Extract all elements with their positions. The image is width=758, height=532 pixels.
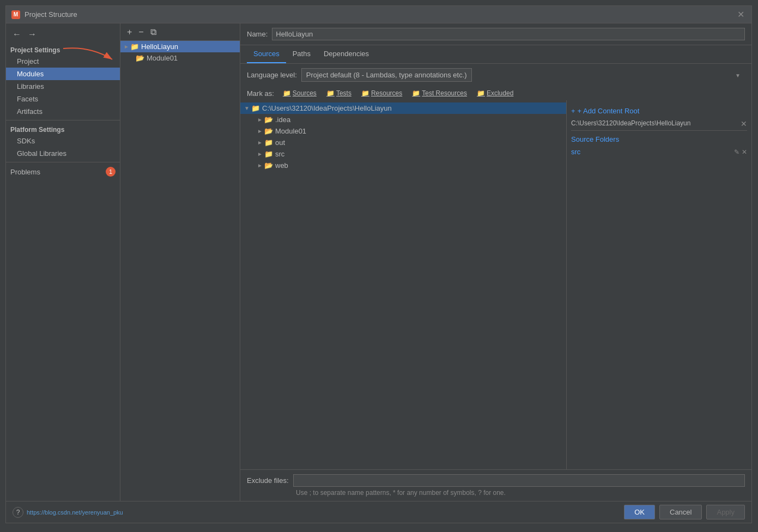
module-name: HelloLiayun [141,43,178,51]
tab-paths[interactable]: Paths [286,45,317,63]
resources-label: Resources [371,89,402,97]
tabs-row: Sources Paths Dependencies [240,45,751,64]
tests-label: Tests [336,89,351,97]
module01-name: Module01 [275,127,306,135]
sidebar-item-global-libraries[interactable]: Global Libraries [6,147,120,160]
mark-excluded-button[interactable]: 📁 Excluded [474,88,517,98]
content-root-close-button[interactable]: ✕ [741,119,747,128]
footer-right: OK Cancel Apply [624,505,745,519]
folder-icon: 📁 [130,43,139,51]
idea-name: .idea [275,116,290,124]
remove-source-button[interactable]: ✕ [742,148,747,156]
sidebar-item-project[interactable]: Project [6,55,120,68]
nav-toolbar: ← → [6,26,120,43]
module-tree-item-helloliayun[interactable]: ► 📁 HelloLiayun [120,41,240,52]
dialog-body: ← → Project Settings Project Modules Lib… [6,23,751,501]
mark-tests-button[interactable]: 📁 Tests [323,88,355,98]
file-tree-out[interactable]: ► 📁 out [240,137,566,148]
platform-settings-header: Platform Settings [6,123,120,135]
tests-folder-icon: 📁 [326,89,335,97]
file-tree-src[interactable]: ► 📁 src [240,148,566,160]
add-content-root-button[interactable]: + + Add Content Root [571,105,747,117]
module01-folder-icon: 📂 [264,127,273,135]
content-root-path: C:\Users\32120\IdeaProjects\HelloLiayun [571,119,690,127]
tree-arrow-icon: ► [123,44,130,50]
language-select[interactable]: Project default (8 - Lambdas, type annot… [301,68,472,82]
module-tree-item-module01[interactable]: 📂 Module01 [120,52,240,64]
close-button[interactable]: ✕ [735,9,746,20]
mark-test-resources-button[interactable]: 📁 Test Resources [409,88,470,98]
remove-module-button[interactable]: − [136,26,145,38]
idea-arrow: ► [256,117,264,123]
source-folder-name: src [571,148,580,156]
sources-folder-icon: 📁 [283,89,291,97]
plus-icon: + [571,107,575,115]
app-icon: M [11,10,20,19]
mark-sources-button[interactable]: 📁 Sources [280,88,320,98]
middle-panel: + − ⧉ ► 📁 HelloLiayun 📂 Module01 [120,23,240,501]
test-resources-label: Test Resources [422,89,467,97]
copy-module-button[interactable]: ⧉ [148,26,159,38]
help-button[interactable]: ? [13,507,23,518]
source-folder-item-src: src ✎ ✕ [571,147,747,157]
src-name: src [275,150,284,158]
middle-toolbar: + − ⧉ [120,23,240,41]
name-input[interactable] [272,28,745,40]
source-folders-header: Source Folders [571,135,747,143]
file-tree-idea[interactable]: ► 📂 .idea [240,114,566,125]
sources-label: Sources [293,89,317,97]
exclude-label: Exclude files: [247,476,289,485]
file-tree-module01[interactable]: ► 📂 Module01 [240,125,566,137]
divider [6,120,120,120]
web-folder-icon: 📂 [264,161,273,170]
sidebar-item-modules[interactable]: Modules [6,68,120,80]
add-module-button[interactable]: + [125,26,134,38]
module-name-module01: Module01 [147,54,178,62]
dialog-footer: ? https://blog.csdn.net/yerenyuan_pku OK… [6,501,751,523]
bottom-area: Exclude files: Use ; to separate name pa… [240,469,751,501]
tab-dependencies[interactable]: Dependencies [317,45,375,63]
file-tree: ▼ 📁 C:\Users\32120\IdeaProjects\HelloLia… [240,100,566,469]
left-panel: ← → Project Settings Project Modules Lib… [6,23,120,501]
apply-button[interactable]: Apply [706,505,745,519]
content-area: Language level: Project default (8 - Lam… [240,64,751,501]
exclude-hint: Use ; to separate name patterns, * for a… [247,489,745,497]
cancel-button[interactable]: Cancel [659,505,702,519]
footer-link[interactable]: https://blog.csdn.net/yerenyuan_pku [27,509,123,516]
mark-resources-button[interactable]: 📁 Resources [358,88,405,98]
source-actions: ✎ ✕ [734,148,747,156]
problems-row[interactable]: Problems 1 [6,165,120,179]
sidebar-item-artifacts[interactable]: Artifacts [6,105,120,118]
sidebar-item-facets[interactable]: Facets [6,93,120,105]
dialog-title: Project Structure [25,10,77,19]
back-button[interactable]: ← [10,28,23,40]
mark-as-row: Mark as: 📁 Sources 📁 Tests 📁 Resources [240,86,751,100]
forward-button[interactable]: → [26,28,39,40]
folder-icon-module01: 📂 [136,54,144,62]
out-arrow: ► [256,140,264,146]
exclude-row: Exclude files: [247,474,745,487]
right-panel: Name: Sources Paths Dependencies Languag… [240,23,751,501]
file-tree-web[interactable]: ► 📂 web [240,160,566,171]
sidebar-item-libraries[interactable]: Libraries [6,80,120,93]
src-arrow: ► [256,151,264,157]
add-root-label: + Add Content Root [578,107,640,115]
ok-button[interactable]: OK [624,505,655,519]
out-name: out [275,138,285,147]
sidebar-item-sdks[interactable]: SDKs [6,135,120,147]
test-resources-folder-icon: 📁 [412,89,420,97]
title-left: M Project Structure [11,10,77,19]
content-root-info: C:\Users\32120\IdeaProjects\HelloLiayun … [571,117,747,131]
idea-folder-icon: 📂 [264,116,273,124]
resources-folder-icon: 📁 [361,89,369,97]
web-arrow: ► [256,162,264,168]
web-name: web [275,161,288,170]
exclude-input[interactable] [293,474,745,487]
excluded-label: Excluded [487,89,513,97]
mark-as-label: Mark as: [247,89,274,98]
file-tree-root[interactable]: ▼ 📁 C:\Users\32120\IdeaProjects\HelloLia… [240,102,566,114]
module01-arrow: ► [256,128,264,134]
edit-source-button[interactable]: ✎ [734,148,739,156]
divider2 [6,162,120,162]
tab-sources[interactable]: Sources [247,45,286,63]
